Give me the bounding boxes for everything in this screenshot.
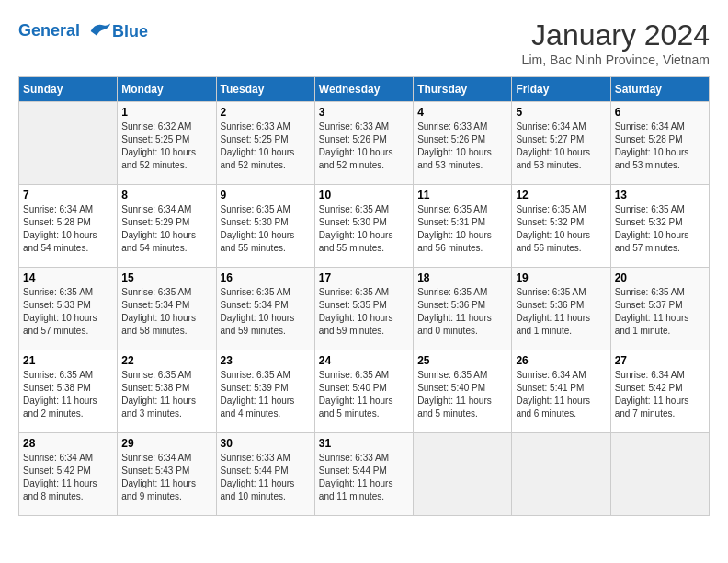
day-info: Sunrise: 6:35 AM Sunset: 5:38 PM Dayligh…	[121, 369, 211, 420]
calendar-cell: 24Sunrise: 6:35 AM Sunset: 5:40 PM Dayli…	[314, 350, 413, 433]
logo-general: General	[18, 21, 80, 40]
weekday-header: Saturday	[610, 77, 709, 102]
day-number: 27	[615, 354, 705, 367]
day-number: 29	[121, 437, 211, 450]
calendar-cell	[414, 433, 512, 516]
calendar-cell: 7Sunrise: 6:34 AM Sunset: 5:28 PM Daylig…	[19, 185, 118, 268]
calendar-cell: 15Sunrise: 6:35 AM Sunset: 5:34 PM Dayli…	[118, 268, 216, 350]
day-info: Sunrise: 6:32 AM Sunset: 5:25 PM Dayligh…	[121, 121, 211, 172]
calendar-cell: 1Sunrise: 6:32 AM Sunset: 5:25 PM Daylig…	[118, 102, 216, 185]
calendar-cell: 30Sunrise: 6:33 AM Sunset: 5:44 PM Dayli…	[216, 433, 314, 516]
day-info: Sunrise: 6:34 AM Sunset: 5:42 PM Dayligh…	[23, 452, 113, 503]
calendar-cell: 23Sunrise: 6:35 AM Sunset: 5:39 PM Dayli…	[216, 350, 314, 433]
calendar-cell	[610, 433, 709, 516]
day-info: Sunrise: 6:35 AM Sunset: 5:30 PM Dayligh…	[319, 203, 409, 255]
day-number: 2	[221, 106, 311, 119]
day-info: Sunrise: 6:35 AM Sunset: 5:34 PM Dayligh…	[121, 286, 211, 338]
day-info: Sunrise: 6:35 AM Sunset: 5:40 PM Dayligh…	[319, 369, 409, 420]
day-info: Sunrise: 6:33 AM Sunset: 5:26 PM Dayligh…	[319, 121, 409, 172]
title-area: January 2024 Lim, Bac Ninh Province, Vie…	[522, 18, 710, 67]
day-info: Sunrise: 6:35 AM Sunset: 5:32 PM Dayligh…	[615, 203, 705, 255]
day-info: Sunrise: 6:35 AM Sunset: 5:39 PM Dayligh…	[221, 369, 311, 420]
day-number: 21	[23, 354, 113, 367]
day-number: 14	[23, 271, 113, 284]
day-number: 8	[121, 189, 211, 201]
calendar-cell: 12Sunrise: 6:35 AM Sunset: 5:32 PM Dayli…	[512, 185, 610, 268]
day-info: Sunrise: 6:35 AM Sunset: 5:32 PM Dayligh…	[516, 203, 606, 255]
weekday-row: SundayMondayTuesdayWednesdayThursdayFrid…	[19, 77, 710, 102]
calendar-cell	[19, 102, 118, 185]
logo: General Blue	[18, 18, 148, 44]
calendar-cell: 10Sunrise: 6:35 AM Sunset: 5:30 PM Dayli…	[314, 185, 413, 268]
day-number: 26	[516, 354, 606, 367]
calendar-cell	[512, 433, 610, 516]
day-info: Sunrise: 6:34 AM Sunset: 5:28 PM Dayligh…	[23, 203, 113, 255]
calendar-cell: 6Sunrise: 6:34 AM Sunset: 5:28 PM Daylig…	[610, 102, 709, 185]
day-number: 24	[319, 354, 409, 367]
calendar-cell: 27Sunrise: 6:34 AM Sunset: 5:42 PM Dayli…	[610, 350, 709, 433]
calendar-cell: 25Sunrise: 6:35 AM Sunset: 5:40 PM Dayli…	[414, 350, 512, 433]
day-number: 16	[221, 271, 311, 284]
day-number: 4	[417, 106, 507, 119]
day-number: 5	[516, 106, 606, 119]
day-number: 11	[417, 189, 507, 201]
calendar-cell: 8Sunrise: 6:34 AM Sunset: 5:29 PM Daylig…	[118, 185, 216, 268]
day-info: Sunrise: 6:34 AM Sunset: 5:41 PM Dayligh…	[516, 369, 606, 420]
calendar-cell: 5Sunrise: 6:34 AM Sunset: 5:27 PM Daylig…	[512, 102, 610, 185]
day-info: Sunrise: 6:35 AM Sunset: 5:34 PM Dayligh…	[221, 286, 311, 338]
month-title: January 2024	[522, 18, 710, 52]
day-info: Sunrise: 6:35 AM Sunset: 5:31 PM Dayligh…	[417, 203, 507, 255]
day-info: Sunrise: 6:33 AM Sunset: 5:25 PM Dayligh…	[221, 121, 311, 172]
day-info: Sunrise: 6:35 AM Sunset: 5:37 PM Dayligh…	[615, 286, 705, 338]
weekday-header: Monday	[118, 77, 216, 102]
day-number: 10	[319, 189, 409, 201]
day-number: 19	[516, 271, 606, 284]
day-info: Sunrise: 6:35 AM Sunset: 5:36 PM Dayligh…	[516, 286, 606, 338]
weekday-header: Thursday	[414, 77, 512, 102]
day-info: Sunrise: 6:33 AM Sunset: 5:44 PM Dayligh…	[319, 452, 409, 503]
day-info: Sunrise: 6:34 AM Sunset: 5:29 PM Dayligh…	[121, 203, 211, 255]
day-number: 7	[23, 189, 113, 201]
calendar-header: SundayMondayTuesdayWednesdayThursdayFrid…	[19, 77, 710, 102]
weekday-header: Tuesday	[216, 77, 314, 102]
day-number: 15	[121, 271, 211, 284]
day-info: Sunrise: 6:35 AM Sunset: 5:40 PM Dayligh…	[417, 369, 507, 420]
day-info: Sunrise: 6:34 AM Sunset: 5:28 PM Dayligh…	[615, 121, 705, 172]
weekday-header: Wednesday	[314, 77, 413, 102]
day-info: Sunrise: 6:34 AM Sunset: 5:27 PM Dayligh…	[516, 121, 606, 172]
weekday-header: Sunday	[19, 77, 118, 102]
day-info: Sunrise: 6:33 AM Sunset: 5:26 PM Dayligh…	[417, 121, 507, 172]
logo-blue: Blue	[112, 22, 148, 41]
day-number: 20	[615, 271, 705, 284]
day-number: 12	[516, 189, 606, 201]
calendar-cell: 21Sunrise: 6:35 AM Sunset: 5:38 PM Dayli…	[19, 350, 118, 433]
logo-text: General Blue	[18, 18, 148, 44]
calendar-cell: 19Sunrise: 6:35 AM Sunset: 5:36 PM Dayli…	[512, 268, 610, 350]
calendar-cell: 22Sunrise: 6:35 AM Sunset: 5:38 PM Dayli…	[118, 350, 216, 433]
calendar-cell: 14Sunrise: 6:35 AM Sunset: 5:33 PM Dayli…	[19, 268, 118, 350]
day-info: Sunrise: 6:34 AM Sunset: 5:43 PM Dayligh…	[121, 452, 211, 503]
day-number: 1	[121, 106, 211, 119]
calendar-cell: 18Sunrise: 6:35 AM Sunset: 5:36 PM Dayli…	[414, 268, 512, 350]
day-number: 31	[319, 437, 409, 450]
calendar-cell: 29Sunrise: 6:34 AM Sunset: 5:43 PM Dayli…	[118, 433, 216, 516]
weekday-header: Friday	[512, 77, 610, 102]
day-info: Sunrise: 6:35 AM Sunset: 5:36 PM Dayligh…	[417, 286, 507, 338]
location: Lim, Bac Ninh Province, Vietnam	[522, 52, 710, 67]
calendar-table: SundayMondayTuesdayWednesdayThursdayFrid…	[18, 76, 710, 516]
day-number: 22	[121, 354, 211, 367]
logo-bird-icon	[86, 18, 112, 44]
calendar-week-row: 14Sunrise: 6:35 AM Sunset: 5:33 PM Dayli…	[19, 268, 710, 350]
day-number: 6	[615, 106, 705, 119]
calendar-week-row: 21Sunrise: 6:35 AM Sunset: 5:38 PM Dayli…	[19, 350, 710, 433]
calendar-cell: 28Sunrise: 6:34 AM Sunset: 5:42 PM Dayli…	[19, 433, 118, 516]
calendar-cell: 17Sunrise: 6:35 AM Sunset: 5:35 PM Dayli…	[314, 268, 413, 350]
day-info: Sunrise: 6:35 AM Sunset: 5:38 PM Dayligh…	[23, 369, 113, 420]
day-info: Sunrise: 6:35 AM Sunset: 5:30 PM Dayligh…	[221, 203, 311, 255]
calendar-cell: 9Sunrise: 6:35 AM Sunset: 5:30 PM Daylig…	[216, 185, 314, 268]
day-info: Sunrise: 6:34 AM Sunset: 5:42 PM Dayligh…	[615, 369, 705, 420]
day-number: 30	[221, 437, 311, 450]
calendar-cell: 16Sunrise: 6:35 AM Sunset: 5:34 PM Dayli…	[216, 268, 314, 350]
day-info: Sunrise: 6:35 AM Sunset: 5:35 PM Dayligh…	[319, 286, 409, 338]
calendar-cell: 3Sunrise: 6:33 AM Sunset: 5:26 PM Daylig…	[314, 102, 413, 185]
